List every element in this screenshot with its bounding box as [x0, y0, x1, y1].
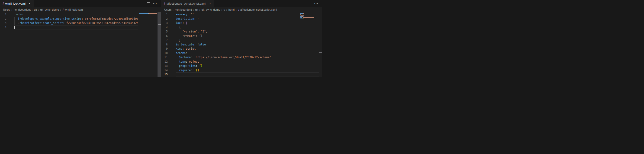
breadcrumb-item[interactable]: Users: [164, 8, 172, 11]
indent-guide: [179, 30, 179, 34]
code-line[interactable]: 12 type: object: [161, 60, 319, 64]
breadcrumb-item[interactable]: henricourdent: [175, 8, 192, 11]
code-token: is_template: [176, 43, 194, 46]
line-number: 1: [161, 12, 176, 17]
code-token: [176, 56, 179, 59]
breadcrumb-item[interactable]: Users: [3, 8, 10, 11]
vertical-scrollbar[interactable]: [158, 12, 161, 77]
line-number: 4: [161, 25, 176, 30]
minimap[interactable]: [139, 13, 158, 77]
code-line[interactable]: 3lock: |: [161, 21, 319, 25]
code-line[interactable]: 2 f/developers_example/supportive_script…: [0, 17, 138, 21]
breadcrumb-item[interactable]: git: [34, 8, 37, 11]
breadcrumb-file-item[interactable]: !affectionate_script.script.yaml: [238, 8, 277, 11]
code-token: "remote": {}: [182, 34, 202, 38]
line-number: 10: [161, 51, 176, 56]
code-token: locks: [14, 13, 23, 16]
code-token: u/henri/affectionate_script: [18, 21, 63, 24]
code-line[interactable]: 2description: '': [161, 17, 319, 21]
tab-wmill-lock-yaml[interactable]: ! wmill-lock.yaml ✕: [0, 0, 34, 7]
code-token: :: [196, 64, 198, 68]
code-token: '': [198, 17, 201, 20]
breadcrumb-left: Users›henricourdent›git›git_sync_demo›!w…: [0, 7, 161, 12]
chevron-right-icon: ›: [11, 8, 12, 11]
vertical-scrollbar[interactable]: [319, 12, 322, 77]
code-token: [176, 69, 179, 72]
overview-cursor-marker: [319, 52, 322, 53]
code-line[interactable]: 9kind: script: [161, 46, 319, 51]
line-number: 2: [0, 17, 14, 21]
code-token: |: [186, 21, 187, 24]
yaml-file-icon: !: [2, 2, 4, 5]
editor-affectionate-script-yaml: 1summary: ''2description: ''3lock: |4 {5…: [161, 12, 322, 77]
more-actions-icon[interactable]: ···: [314, 2, 319, 5]
line-number: 8: [161, 42, 176, 47]
code-line[interactable]: 11 $schema: 'https://json-schema.org/dra…: [161, 55, 319, 60]
code-token: false: [198, 43, 206, 46]
line-number: 12: [161, 60, 176, 64]
code-line[interactable]: 1locks:: [0, 12, 138, 17]
code-line[interactable]: 10schema:: [161, 51, 319, 56]
code-line[interactable]: 7 }: [161, 38, 319, 42]
line-number: 3: [161, 21, 176, 25]
yaml-file-icon: !: [164, 2, 165, 5]
chevron-right-icon: ›: [193, 8, 194, 11]
line-number: 2: [161, 17, 176, 21]
code-line[interactable]: 4: [0, 25, 138, 30]
code-line[interactable]: 14 required: []: [161, 68, 319, 72]
code-token: [176, 26, 179, 29]
breadcrumb-item[interactable]: git_sync_demo: [40, 8, 59, 11]
chevron-right-icon: ›: [236, 8, 237, 11]
code-line[interactable]: 15: [161, 72, 319, 77]
code-token: [196, 43, 198, 46]
code-token: '': [191, 13, 194, 16]
code-token: [14, 17, 18, 20]
yaml-file-icon: !: [238, 8, 239, 11]
editor-actions-left: ···: [146, 0, 161, 7]
line-number: 9: [161, 46, 176, 51]
more-actions-icon[interactable]: ···: [153, 2, 158, 5]
code-token: description: [176, 17, 194, 20]
chevron-right-icon: ›: [60, 8, 61, 11]
split-editor-icon[interactable]: [146, 2, 150, 5]
breadcrumb-file-item[interactable]: !wmill-lock.yaml: [62, 8, 84, 11]
close-tab-icon[interactable]: ✕: [208, 2, 212, 6]
code-line[interactable]: 4 {: [161, 25, 319, 30]
code-line[interactable]: 5 "version": "3",: [161, 30, 319, 34]
tab-bar-right: ! affectionate_script.script.yaml ✕ ···: [161, 0, 322, 7]
breadcrumb-item[interactable]: git_sync_demo: [201, 8, 220, 11]
code-token: object: [189, 60, 199, 63]
code-token: ': [270, 56, 271, 59]
editor-actions-right: ···: [314, 0, 322, 7]
code-token: https://json-schema.org/draft/2020-12/sc…: [196, 56, 270, 59]
code-token: required: [179, 69, 192, 72]
breadcrumb-item[interactable]: u: [224, 8, 225, 11]
tab-label: affectionate_script.script.yaml: [166, 2, 206, 5]
code-line[interactable]: 3 u/henri/affectionate_script: f2768573c…: [0, 21, 138, 25]
line-number: 7: [161, 38, 176, 42]
code-line[interactable]: 6 "remote": {}: [161, 34, 319, 38]
tab-affectionate-script-yaml[interactable]: ! affectionate_script.script.yaml ✕: [161, 0, 214, 7]
indent-guide: [176, 64, 176, 68]
code-token: :: [194, 17, 196, 20]
chevron-right-icon: ›: [38, 8, 39, 11]
close-tab-icon[interactable]: ✕: [28, 2, 31, 6]
line-number: 13: [161, 64, 176, 68]
breadcrumb-item[interactable]: git: [195, 8, 198, 11]
code-token: properties: [179, 64, 196, 68]
code-token: {}: [199, 64, 202, 68]
minimap[interactable]: [300, 13, 319, 77]
code-line[interactable]: 1summary: '': [161, 12, 319, 17]
code-token: summary: [176, 13, 188, 16]
overview-cursor-marker: [158, 24, 161, 25]
editor-wmill-lock-yaml: 1locks:2 f/developers_example/supportive…: [0, 12, 161, 77]
code-area[interactable]: 1locks:2 f/developers_example/supportive…: [0, 12, 138, 77]
breadcrumb-item[interactable]: henricourdent: [14, 8, 30, 11]
code-area[interactable]: 1summary: ''2description: ''3lock: |4 {5…: [161, 12, 319, 77]
code-token: kind: [176, 47, 182, 50]
text-cursor: [14, 26, 15, 29]
code-line[interactable]: 13 properties: {}: [161, 64, 319, 68]
code-line[interactable]: 8is_template: false: [161, 42, 319, 47]
line-number: 5: [161, 30, 176, 34]
breadcrumb-item[interactable]: henri: [228, 8, 235, 11]
